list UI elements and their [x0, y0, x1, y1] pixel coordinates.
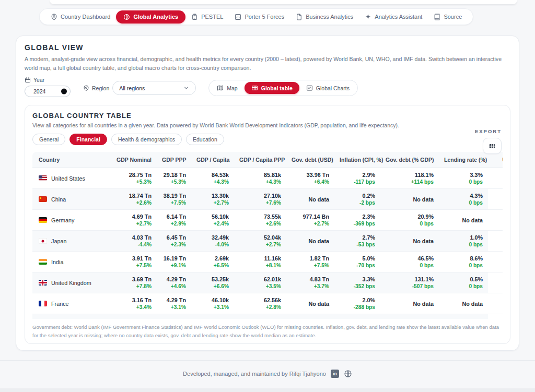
region-control: Region All regions [83, 81, 196, 95]
metric-cell: 56.10k+2.4% [191, 210, 234, 231]
metric-cell: 6.14 Tn+2.9% [157, 210, 191, 231]
column-header-unemployment: Unemployment (%) [488, 152, 503, 168]
metric-cell: 4.1%0 bps [439, 314, 488, 319]
global-country-table-card: GLOBAL COUNTRY TABLE View all categories… [25, 105, 510, 344]
metric-cell: 4.29 Tn+4.6% [157, 272, 191, 293]
year-control: Year 2024 [25, 77, 71, 97]
metric-cell: 18.74 Tn+2.6% [111, 189, 157, 210]
country-name: China [51, 196, 66, 203]
metric-cell: 62.01k+3.5% [234, 272, 286, 293]
table-body: United States28.75 Tn+5.3%29.18 Tn+5.3%8… [32, 168, 503, 319]
metric-cell: 27.10k+7.6% [234, 189, 286, 210]
metric-cell: 6.45 Tn+2.3% [157, 231, 191, 252]
table-row-germany[interactable]: Germany4.69 Tn+2.7%6.14 Tn+2.9%56.10k+2.… [32, 210, 503, 231]
category-tab-financial[interactable]: Financial [69, 134, 107, 145]
export-label: EXPORT [475, 128, 502, 134]
table-row-japan[interactable]: Japan4.03 Tn-4.4%6.45 Tn+2.3%32.49k-4.0%… [32, 231, 503, 252]
metric-cell: 4.3%0 bps [439, 189, 488, 210]
website-globe-icon[interactable] [344, 370, 352, 378]
metric-cell: 3.69 Tn+7.8% [111, 272, 157, 293]
region-select[interactable]: All regions [112, 81, 196, 95]
footer-text: Developed, managed, and maintained by Ri… [183, 371, 326, 377]
metric-cell: 4.69 Tn+2.7% [111, 210, 157, 231]
nav-item-pestel[interactable]: PESTEL [185, 9, 229, 25]
export-control: EXPORT [475, 128, 502, 154]
category-tabs: GeneralFinancialHealth & demographicsEdu… [32, 134, 503, 145]
view-tab-global-charts[interactable]: Global Charts [301, 82, 354, 93]
metric-cell: 118.1%+114 bps [380, 168, 439, 189]
country-name: France [51, 301, 69, 307]
country-cell: Japan [32, 231, 111, 252]
country-name: India [51, 259, 63, 265]
table-row-france[interactable]: France3.16 Tn+3.4%4.29 Tn+3.1%46.10k+3.1… [32, 293, 503, 314]
metric-cell: 0.5%0 bps [439, 272, 488, 293]
metric-cell: 2.38 Tn+1.2% [111, 314, 157, 319]
metric-cell: No data [286, 189, 334, 210]
metric-cell: No data [380, 293, 439, 314]
country-table-viewport[interactable]: CountryGDP NominalGDP PPPGDP / CapitaGDP… [32, 152, 503, 319]
calendar-icon [25, 77, 31, 83]
export-button[interactable] [483, 138, 502, 154]
table-row-united-states[interactable]: United States28.75 Tn+5.3%29.18 Tn+5.3%8… [32, 168, 503, 189]
table-row-india[interactable]: India3.91 Tn+7.5%16.19 Tn+9.1%2.69k+6.5%… [32, 252, 503, 272]
metric-cell: 4.83 Tn+3.7% [286, 272, 334, 293]
metric-cell: 1.0%0 bps [439, 231, 488, 252]
metric-cell: 3.45 Tn+2.1% [157, 314, 191, 319]
table-row-china[interactable]: China18.74 Tn+2.6%38.19 Tn+7.5%13.30k+2.… [32, 189, 503, 210]
nav-item-porter-5-forces[interactable]: Porter 5 Forces [229, 9, 290, 25]
country-name: Japan [51, 238, 66, 244]
book-icon [434, 14, 440, 20]
metric-cell: 3.3%0 bps [439, 168, 488, 189]
metric-cell: No data [286, 293, 334, 314]
chart-icon [306, 85, 313, 91]
metric-cell: 20.9%0 bps [380, 210, 439, 231]
sparkle-icon [365, 14, 371, 20]
top-edge-card-fragment [50, 0, 517, 4]
nav-item-global-analytics[interactable]: Global Analytics [116, 10, 185, 23]
chevron-down-icon [183, 85, 189, 91]
column-header-gov-debt-usd: Gov. debt (USD) [286, 152, 334, 168]
nav-item-source[interactable]: Source [428, 9, 468, 25]
metric-cell: 28.75 Tn+5.3% [111, 168, 157, 189]
horizontal-scrollbar[interactable] [0, 388, 535, 392]
column-header-gov-debt-gdp: Gov. debt (% GDP) [380, 152, 439, 168]
view-tab-map[interactable]: Map [212, 82, 242, 93]
nav-item-business-analytics[interactable]: Business Analytics [290, 9, 359, 25]
metric-cell: 52.04k+2.7% [234, 231, 286, 252]
linkedin-icon[interactable]: in [331, 370, 339, 378]
year-label: Year [25, 77, 71, 83]
page-footer: Developed, managed, and maintained by Ri… [0, 370, 535, 378]
metric-cell: 38.19 Tn+7.5% [157, 189, 191, 210]
country-cell: United States [32, 168, 111, 189]
year-slider-knob[interactable] [61, 89, 67, 94]
metric-cell: 46.5%0 bps [380, 252, 439, 272]
controls-row: Year 2024 Region All regions MapGlobal [25, 77, 510, 97]
flag-us-icon [39, 175, 47, 181]
nav-item-analytics-assistant[interactable]: Analytics Assistant [359, 9, 428, 25]
year-slider[interactable]: 2024 [25, 86, 71, 97]
table-row-united-kingdom[interactable]: United Kingdom3.69 Tn+7.8%4.29 Tn+4.6%53… [32, 272, 503, 293]
table-row-italy[interactable]: Italy2.38 Tn+1.2%3.45 Tn+2.1%40.30k+1.6%… [32, 314, 503, 319]
metric-cell: 40.30k+1.6% [191, 314, 234, 319]
metric-cell: 32.49k-4.0% [191, 231, 234, 252]
column-header-inflation-cpi: Inflation (CPI, %) [334, 152, 380, 168]
metric-cell: 13.30k+2.7% [191, 189, 234, 210]
category-tab-health-demographics[interactable]: Health & demographics [111, 134, 182, 145]
country-cell: Italy [32, 314, 111, 319]
region-value: All regions [119, 85, 145, 91]
metric-cell: 11.16k+8.1% [234, 252, 286, 272]
metric-cell: 131.1%-507 bps [380, 272, 439, 293]
category-tab-general[interactable]: General [32, 134, 65, 145]
map-icon [217, 85, 224, 91]
nav-item-country-dashboard[interactable]: Country Dashboard [45, 9, 116, 25]
category-tab-education[interactable]: Education [186, 134, 224, 145]
metric-cell: 3.14 Tn+2.2% [286, 314, 334, 319]
table-card-title: GLOBAL COUNTRY TABLE [32, 112, 503, 120]
flag-jp-icon [39, 238, 47, 244]
flag-de-icon [39, 217, 47, 223]
metric-cell: No data [380, 189, 439, 210]
metric-cell: 2.69k+6.5% [191, 252, 234, 272]
bar-chart-icon [235, 14, 241, 20]
country-table: CountryGDP NominalGDP PPPGDP / CapitaGDP… [32, 152, 503, 319]
view-tab-global-table[interactable]: Global table [245, 82, 299, 94]
